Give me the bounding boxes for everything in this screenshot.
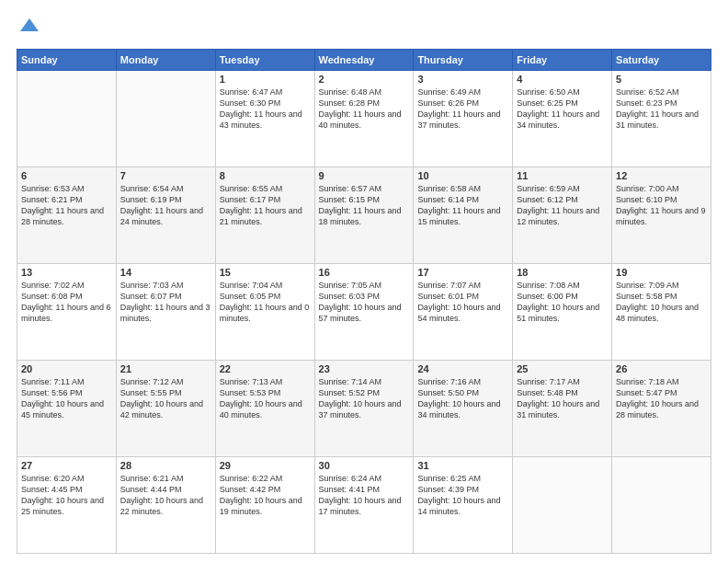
calendar-day-header: Saturday — [612, 49, 711, 70]
page: SundayMondayTuesdayWednesdayThursdayFrid… — [0, 0, 728, 563]
cell-content: Sunrise: 7:13 AM Sunset: 5:53 PM Dayligh… — [220, 376, 311, 421]
cell-content: Sunrise: 6:49 AM Sunset: 6:26 PM Dayligh… — [417, 86, 508, 132]
cell-content: Sunrise: 7:11 AM Sunset: 5:56 PM Dayligh… — [21, 376, 112, 421]
day-number: 29 — [220, 460, 311, 471]
day-number: 1 — [220, 74, 311, 85]
cell-content: Sunrise: 6:57 AM Sunset: 6:15 PM Dayligh… — [319, 183, 410, 228]
calendar-cell: 1Sunrise: 6:47 AM Sunset: 6:30 PM Daylig… — [215, 70, 314, 167]
calendar-week-row: 1Sunrise: 6:47 AM Sunset: 6:30 PM Daylig… — [17, 70, 711, 167]
calendar-cell: 10Sunrise: 6:58 AM Sunset: 6:14 PM Dayli… — [414, 167, 513, 263]
day-number: 12 — [616, 170, 707, 181]
calendar-day-header: Thursday — [414, 49, 513, 70]
cell-content: Sunrise: 6:21 AM Sunset: 4:44 PM Dayligh… — [120, 473, 211, 518]
cell-content: Sunrise: 6:50 AM Sunset: 6:25 PM Dayligh… — [517, 86, 608, 132]
cell-content: Sunrise: 7:16 AM Sunset: 5:50 PM Dayligh… — [417, 376, 508, 421]
calendar-cell — [513, 456, 612, 553]
day-number: 25 — [517, 363, 608, 374]
cell-content: Sunrise: 7:03 AM Sunset: 6:07 PM Dayligh… — [120, 280, 211, 325]
day-number: 31 — [417, 460, 508, 471]
cell-content: Sunrise: 7:04 AM Sunset: 6:05 PM Dayligh… — [220, 280, 311, 325]
cell-content: Sunrise: 7:00 AM Sunset: 6:10 PM Dayligh… — [616, 183, 707, 228]
calendar-cell: 21Sunrise: 7:12 AM Sunset: 5:55 PM Dayli… — [116, 360, 215, 456]
day-number: 23 — [319, 363, 410, 374]
cell-content: Sunrise: 6:55 AM Sunset: 6:17 PM Dayligh… — [220, 183, 311, 228]
cell-content: Sunrise: 7:07 AM Sunset: 6:01 PM Dayligh… — [417, 280, 508, 325]
cell-content: Sunrise: 6:22 AM Sunset: 4:42 PM Dayligh… — [220, 473, 311, 518]
calendar-cell — [116, 70, 215, 167]
cell-content: Sunrise: 6:58 AM Sunset: 6:14 PM Dayligh… — [417, 183, 508, 228]
day-number: 8 — [220, 170, 311, 181]
calendar-cell: 15Sunrise: 7:04 AM Sunset: 6:05 PM Dayli… — [215, 263, 314, 360]
calendar-cell: 9Sunrise: 6:57 AM Sunset: 6:15 PM Daylig… — [314, 167, 414, 263]
calendar-cell: 24Sunrise: 7:16 AM Sunset: 5:50 PM Dayli… — [414, 360, 513, 456]
calendar-week-row: 27Sunrise: 6:20 AM Sunset: 4:45 PM Dayli… — [17, 456, 711, 553]
cell-content: Sunrise: 6:59 AM Sunset: 6:12 PM Dayligh… — [517, 183, 608, 228]
calendar-cell: 26Sunrise: 7:18 AM Sunset: 5:47 PM Dayli… — [612, 360, 711, 456]
calendar-week-row: 20Sunrise: 7:11 AM Sunset: 5:56 PM Dayli… — [17, 360, 711, 456]
calendar-cell: 8Sunrise: 6:55 AM Sunset: 6:17 PM Daylig… — [215, 167, 314, 263]
cell-content: Sunrise: 6:24 AM Sunset: 4:41 PM Dayligh… — [319, 473, 410, 518]
calendar-cell: 29Sunrise: 6:22 AM Sunset: 4:42 PM Dayli… — [215, 456, 314, 553]
day-number: 11 — [517, 170, 608, 181]
day-number: 15 — [220, 267, 311, 278]
calendar-cell: 25Sunrise: 7:17 AM Sunset: 5:48 PM Dayli… — [513, 360, 612, 456]
calendar-cell — [17, 70, 117, 167]
calendar-cell: 30Sunrise: 6:24 AM Sunset: 4:41 PM Dayli… — [314, 456, 414, 553]
day-number: 7 — [120, 170, 211, 181]
day-number: 4 — [517, 74, 608, 85]
day-number: 5 — [616, 74, 707, 85]
calendar-cell: 7Sunrise: 6:54 AM Sunset: 6:19 PM Daylig… — [116, 167, 215, 263]
calendar-day-header: Wednesday — [314, 49, 414, 70]
calendar-cell: 14Sunrise: 7:03 AM Sunset: 6:07 PM Dayli… — [116, 263, 215, 360]
calendar-cell: 3Sunrise: 6:49 AM Sunset: 6:26 PM Daylig… — [414, 70, 513, 167]
cell-content: Sunrise: 7:08 AM Sunset: 6:00 PM Dayligh… — [517, 280, 608, 325]
day-number: 24 — [417, 363, 508, 374]
calendar-cell: 12Sunrise: 7:00 AM Sunset: 6:10 PM Dayli… — [612, 167, 711, 263]
calendar-cell: 13Sunrise: 7:02 AM Sunset: 6:08 PM Dayli… — [17, 263, 117, 360]
calendar-cell: 27Sunrise: 6:20 AM Sunset: 4:45 PM Dayli… — [17, 456, 117, 553]
cell-content: Sunrise: 7:14 AM Sunset: 5:52 PM Dayligh… — [319, 376, 410, 421]
day-number: 16 — [319, 267, 410, 278]
calendar-cell: 17Sunrise: 7:07 AM Sunset: 6:01 PM Dayli… — [414, 263, 513, 360]
day-number: 13 — [21, 267, 112, 278]
calendar-week-row: 13Sunrise: 7:02 AM Sunset: 6:08 PM Dayli… — [17, 263, 711, 360]
calendar-header-row: SundayMondayTuesdayWednesdayThursdayFrid… — [17, 49, 711, 70]
day-number: 30 — [319, 460, 410, 471]
calendar-week-row: 6Sunrise: 6:53 AM Sunset: 6:21 PM Daylig… — [17, 167, 711, 263]
calendar-cell: 6Sunrise: 6:53 AM Sunset: 6:21 PM Daylig… — [17, 167, 117, 263]
logo-text — [17, 17, 40, 41]
cell-content: Sunrise: 6:25 AM Sunset: 4:39 PM Dayligh… — [417, 473, 508, 518]
cell-content: Sunrise: 6:54 AM Sunset: 6:19 PM Dayligh… — [120, 183, 211, 228]
logo — [17, 17, 40, 41]
calendar-cell: 2Sunrise: 6:48 AM Sunset: 6:28 PM Daylig… — [314, 70, 414, 167]
cell-content: Sunrise: 6:47 AM Sunset: 6:30 PM Dayligh… — [220, 86, 311, 132]
cell-content: Sunrise: 7:02 AM Sunset: 6:08 PM Dayligh… — [21, 280, 112, 325]
day-number: 27 — [21, 460, 112, 471]
cell-content: Sunrise: 6:52 AM Sunset: 6:23 PM Dayligh… — [616, 86, 707, 132]
cell-content: Sunrise: 7:12 AM Sunset: 5:55 PM Dayligh… — [120, 376, 211, 421]
calendar-cell: 18Sunrise: 7:08 AM Sunset: 6:00 PM Dayli… — [513, 263, 612, 360]
calendar-table: SundayMondayTuesdayWednesdayThursdayFrid… — [17, 49, 711, 554]
day-number: 20 — [21, 363, 112, 374]
cell-content: Sunrise: 6:48 AM Sunset: 6:28 PM Dayligh… — [319, 86, 410, 132]
calendar-cell — [612, 456, 711, 553]
day-number: 18 — [517, 267, 608, 278]
calendar-cell: 31Sunrise: 6:25 AM Sunset: 4:39 PM Dayli… — [414, 456, 513, 553]
calendar-cell: 4Sunrise: 6:50 AM Sunset: 6:25 PM Daylig… — [513, 70, 612, 167]
cell-content: Sunrise: 7:17 AM Sunset: 5:48 PM Dayligh… — [517, 376, 608, 421]
day-number: 3 — [417, 74, 508, 85]
calendar-cell: 28Sunrise: 6:21 AM Sunset: 4:44 PM Dayli… — [116, 456, 215, 553]
calendar-cell: 5Sunrise: 6:52 AM Sunset: 6:23 PM Daylig… — [612, 70, 711, 167]
day-number: 26 — [616, 363, 707, 374]
calendar-cell: 23Sunrise: 7:14 AM Sunset: 5:52 PM Dayli… — [314, 360, 414, 456]
day-number: 2 — [319, 74, 410, 85]
cell-content: Sunrise: 7:18 AM Sunset: 5:47 PM Dayligh… — [616, 376, 707, 421]
calendar-cell: 19Sunrise: 7:09 AM Sunset: 5:58 PM Dayli… — [612, 263, 711, 360]
header — [17, 17, 711, 41]
cell-content: Sunrise: 6:20 AM Sunset: 4:45 PM Dayligh… — [21, 473, 112, 518]
calendar-day-header: Sunday — [17, 49, 117, 70]
calendar-cell: 22Sunrise: 7:13 AM Sunset: 5:53 PM Dayli… — [215, 360, 314, 456]
calendar-day-header: Monday — [116, 49, 215, 70]
cell-content: Sunrise: 6:53 AM Sunset: 6:21 PM Dayligh… — [21, 183, 112, 228]
day-number: 9 — [319, 170, 410, 181]
